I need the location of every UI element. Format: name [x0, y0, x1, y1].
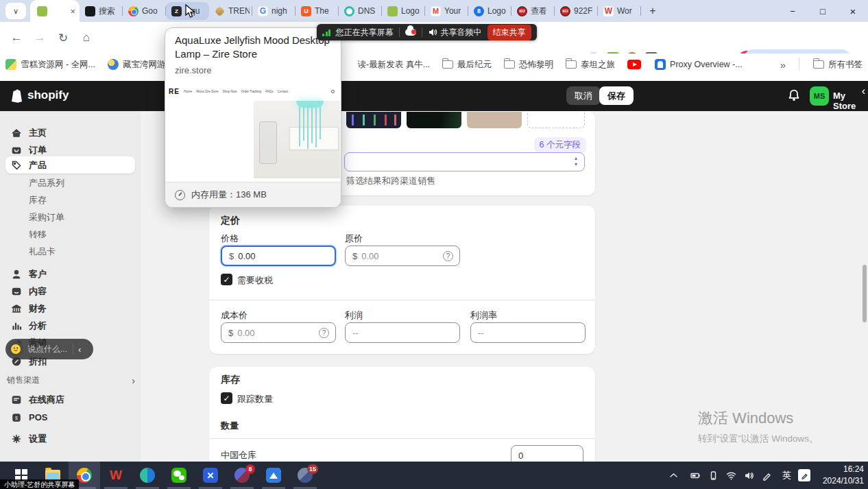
tab-gmail[interactable]: MYour	[425, 0, 468, 22]
cloud-recorder-icon[interactable]	[405, 29, 416, 36]
cost-input[interactable]: $ 0.00 ?	[221, 322, 336, 343]
store-avatar[interactable]: MS	[810, 86, 829, 106]
product-thumbnail-1[interactable]	[346, 112, 401, 128]
tab-google[interactable]: Goo	[123, 0, 166, 22]
taskbar-wps[interactable]: W	[100, 462, 132, 489]
sidebar-item-finance[interactable]: 财务	[5, 300, 135, 317]
collapse-chevron-icon[interactable]: ‹	[862, 85, 865, 97]
sidebar-item-gift-cards[interactable]: 礼品卡	[5, 243, 135, 260]
sidebar-item-content[interactable]: 内容	[5, 283, 135, 300]
tab-logo1[interactable]: Logo	[382, 0, 425, 22]
taskbar-clock[interactable]: 16:24 2024/10/31	[823, 464, 864, 487]
tray-chevron-up[interactable]	[668, 462, 679, 489]
ime-language-indicator[interactable]: 英	[782, 462, 791, 489]
battery-icon[interactable]	[690, 462, 701, 489]
cancel-button[interactable]: 取消	[566, 86, 601, 105]
sidebar-item-inventory[interactable]: 库存	[5, 191, 135, 208]
sidebar-item-products[interactable]: 产品	[5, 156, 135, 174]
new-tab-button[interactable]: +	[644, 2, 662, 20]
help-icon[interactable]: ?	[319, 328, 329, 338]
forward-icon[interactable]: →	[30, 28, 49, 47]
tab-logo2[interactable]: 8Logo	[468, 0, 511, 22]
sidebar-item-pos[interactable]: $ POS	[5, 409, 135, 426]
category-select[interactable]: ▴▾	[344, 152, 585, 171]
tab-dns[interactable]: DNS	[339, 0, 382, 22]
notifications-bell-icon[interactable]	[787, 88, 801, 102]
product-thumbnail-2[interactable]	[407, 112, 461, 128]
volume-icon[interactable]	[744, 462, 754, 489]
tab-922-view[interactable]: 922查看	[511, 0, 555, 22]
tab-trendsi[interactable]: TREN	[209, 0, 252, 22]
sidebar-item-home[interactable]: 主页	[5, 124, 135, 141]
bookmarks-overflow-icon[interactable]: »	[780, 59, 786, 71]
sidebar-item-transfers[interactable]: 转移	[5, 226, 135, 243]
margin-input[interactable]: --	[470, 322, 586, 343]
bookmark-youtube[interactable]	[627, 60, 642, 69]
bookmark-folder-taitan[interactable]: 泰坦之旅	[566, 59, 615, 71]
phone-link-icon[interactable]	[708, 462, 719, 489]
profit-input[interactable]: --	[345, 322, 460, 343]
stop-sharing-button[interactable]: 结束共享	[487, 25, 531, 40]
sidebar-item-purchase-orders[interactable]: 采购订单	[5, 208, 135, 226]
window-close-button[interactable]: ×	[838, 0, 868, 22]
window-maximize-button[interactable]: □	[808, 0, 838, 22]
bookmark-du[interactable]: 读-最新发表 真牛...	[358, 59, 431, 71]
chevron-left-icon[interactable]: ‹	[78, 344, 81, 355]
close-icon[interactable]: ×	[70, 6, 75, 16]
taskbar-x-app[interactable]: ✕	[195, 462, 226, 489]
warehouse-label: 中国仓库	[221, 449, 256, 462]
pen-icon[interactable]	[762, 462, 772, 489]
metafields-link[interactable]: 6 个元字段	[534, 137, 586, 153]
tab-word[interactable]: WWor	[598, 0, 641, 22]
folder-icon	[566, 60, 577, 69]
tab-night[interactable]: Gnigh	[252, 0, 296, 22]
sidebar-item-customers[interactable]: 客户	[5, 265, 135, 283]
add-media-button[interactable]	[527, 112, 585, 128]
taskbar-app-badge8[interactable]: 8	[226, 462, 258, 489]
taskbar-app-badge15[interactable]: 15	[289, 462, 321, 489]
bookmark-cangbaowan[interactable]: 藏宝湾网游	[108, 59, 166, 71]
chat-overlay-widget[interactable]: 说点什么... ‹	[5, 339, 93, 359]
sidebar-item-analytics[interactable]: 分析	[5, 317, 135, 334]
home-icon[interactable]: ⌂	[77, 28, 96, 47]
bookmark-xuegao[interactable]: 雪糕资源网 - 全网...	[5, 59, 95, 71]
tab-active[interactable]: ×	[30, 0, 80, 22]
product-thumbnail-3[interactable]	[467, 112, 522, 128]
touch-keyboard-icon[interactable]	[798, 462, 810, 489]
wifi-icon[interactable]	[726, 462, 736, 489]
track-quantity-checkbox[interactable]: ✓	[221, 392, 232, 404]
pricing-title: 定价	[221, 215, 240, 227]
wps-favicon-icon: W	[603, 6, 614, 16]
shopify-top-bar: shopify 取消 保存 MS My Store ‹	[0, 81, 868, 111]
bookmark-proxy[interactable]: Proxy Overview -...	[655, 59, 743, 70]
help-icon[interactable]: ?	[443, 251, 453, 261]
price-input[interactable]: $ 0.00	[221, 246, 336, 266]
sidebar-item-online-store[interactable]: 在线商店	[5, 391, 135, 408]
back-icon[interactable]: ←	[7, 28, 26, 47]
sidebar-item-collections[interactable]: 产品系列	[5, 174, 135, 191]
sales-channels-header[interactable]: 销售渠道 ›	[7, 374, 135, 386]
chat-input-placeholder[interactable]: 说点什么...	[27, 344, 67, 355]
save-button[interactable]: 保存	[599, 86, 634, 105]
bookmark-folder-kongbu[interactable]: 恐怖黎明	[504, 59, 553, 71]
zire-favicon-icon: Z	[171, 6, 182, 16]
taskbar-wechat[interactable]	[163, 462, 195, 489]
tab-search-button[interactable]: ∨	[5, 3, 26, 19]
tab-search-page[interactable]: 搜索	[80, 0, 123, 22]
all-bookmarks[interactable]: 所有书签	[813, 59, 863, 71]
compare-price-input[interactable]: $ 0.00 ?	[345, 246, 460, 266]
reload-icon[interactable]: ↻	[53, 28, 73, 47]
charge-tax-checkbox[interactable]: ✓	[221, 274, 232, 285]
scrollbar-thumb[interactable]	[863, 265, 867, 322]
taskbar-teal-app[interactable]	[132, 462, 163, 489]
bookmark-favicon-icon	[5, 59, 16, 70]
preview-screenshot: RE Home About Zire Store Shop Now Order …	[166, 86, 340, 183]
sidebar-item-settings[interactable]: 设置	[5, 430, 135, 447]
tab-922f[interactable]: 922922F	[555, 0, 598, 22]
tab-the[interactable]: UThe	[296, 0, 339, 22]
google-g-favicon-icon: G	[258, 6, 268, 16]
track-quantity-label: 跟踪数量	[237, 393, 273, 405]
window-minimize-button[interactable]: −	[777, 0, 808, 22]
bookmark-folder-zuihou[interactable]: 最后纪元	[442, 59, 492, 71]
taskbar-m-app[interactable]	[258, 462, 289, 489]
